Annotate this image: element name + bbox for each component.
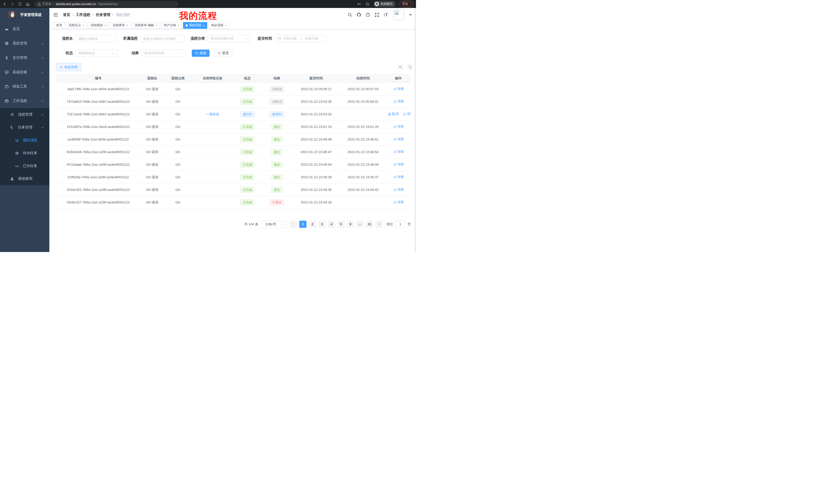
chevron-down-icon xyxy=(244,37,247,40)
date-range-picker[interactable]: 开始日期 - 结束日期 xyxy=(275,35,326,42)
sidebar-item-label: 基础设施 xyxy=(12,70,27,75)
fullscreen-icon[interactable] xyxy=(374,12,379,17)
sidebar-item-研发工具[interactable]: 研发工具 xyxy=(0,79,49,94)
detail-button[interactable]: 详情 xyxy=(393,162,404,167)
logo-row[interactable]: 芋道管理系统 xyxy=(0,8,49,22)
sidebar-item-待办任务[interactable]: 待办任务 xyxy=(0,147,49,160)
page-button-6[interactable]: 6 xyxy=(347,221,354,228)
show-search-button[interactable] xyxy=(397,64,404,71)
update-button[interactable]: 更新 xyxy=(399,1,414,7)
cell-status: 已完成 xyxy=(233,120,261,133)
back-icon[interactable] xyxy=(3,2,7,6)
tab-流程表单[interactable]: 流程表单× xyxy=(110,22,131,29)
detail-button[interactable]: 详情 xyxy=(393,149,404,154)
more-pages-button[interactable]: ··· xyxy=(356,221,364,228)
status-select[interactable]: 请选择状态 xyxy=(75,50,118,57)
detail-button[interactable]: 详情 xyxy=(393,124,404,129)
sidebar-item-首页[interactable]: 首页 xyxy=(0,22,49,36)
process-name-input[interactable] xyxy=(75,35,116,42)
breadcrumb-task[interactable]: 任务管理 xyxy=(96,12,110,17)
github-icon[interactable] xyxy=(357,12,361,17)
cancel-button[interactable]: 取消 xyxy=(388,112,399,116)
page-button-1[interactable]: 1 xyxy=(299,221,307,228)
sidebar-item-任务管理[interactable]: 任务管理 xyxy=(0,121,49,134)
avatar[interactable] xyxy=(394,10,404,20)
browser-menu-icon[interactable] xyxy=(410,3,411,6)
detail-button[interactable]: 详情 xyxy=(393,137,404,142)
home-icon[interactable] xyxy=(26,2,30,6)
detail-button[interactable]: 详情 xyxy=(393,175,404,179)
detail-button[interactable]: 详情 xyxy=(393,99,404,104)
create-process-button[interactable]: 发起流程 xyxy=(56,63,81,71)
detail-button[interactable]: 详情 xyxy=(393,87,404,91)
detail-button[interactable]: 详情 xyxy=(393,187,404,192)
close-icon[interactable]: × xyxy=(127,24,128,27)
close-icon[interactable]: × xyxy=(225,24,227,27)
tab-我的流程[interactable]: 我的流程× xyxy=(183,22,207,29)
tab-流程定义[interactable]: 流程定义× xyxy=(66,22,87,29)
forward-icon[interactable] xyxy=(10,2,15,6)
scrollbar[interactable] xyxy=(415,8,416,252)
action-label: 详情 xyxy=(407,112,411,116)
page-button-2[interactable]: 2 xyxy=(309,221,316,228)
detail-button[interactable]: 详情 xyxy=(393,200,404,204)
hamburger-icon[interactable] xyxy=(53,12,58,17)
process-definition-input[interactable] xyxy=(140,35,184,42)
result-badge: 通过 xyxy=(271,187,283,193)
cell-process-name: OA 请假 xyxy=(141,133,164,146)
sidebar-item-请假查询[interactable]: 请假查询 xyxy=(0,172,49,185)
cell-end-time xyxy=(340,196,386,208)
category-select[interactable]: 请选择流程分类 xyxy=(207,35,250,42)
sidebar-item-系统管理[interactable]: 系统管理 xyxy=(0,36,49,51)
close-icon[interactable]: × xyxy=(104,24,106,27)
refresh-table-button[interactable] xyxy=(407,64,413,71)
chevron-down-icon[interactable] xyxy=(409,14,412,16)
cell-current-task: 一级审批 xyxy=(192,108,233,120)
cell-category: OA xyxy=(164,196,192,208)
breadcrumb-home[interactable]: 首页 xyxy=(63,12,70,17)
key-icon[interactable] xyxy=(357,2,361,6)
tab-label: 首页 xyxy=(56,23,62,27)
close-icon[interactable]: × xyxy=(82,24,84,27)
close-icon[interactable]: × xyxy=(178,24,179,27)
next-page-button[interactable] xyxy=(375,221,383,228)
close-icon[interactable]: × xyxy=(203,24,204,27)
tab-流程表单-编辑[interactable]: 流程表单-编辑× xyxy=(132,22,160,29)
chevron-down-icon xyxy=(180,52,183,55)
sidebar-item-我的流程[interactable]: 我的流程 xyxy=(0,134,49,147)
current-task-link[interactable]: 一级审批 xyxy=(206,112,219,116)
font-size-icon[interactable]: TT xyxy=(384,13,388,17)
page-button-5[interactable]: 5 xyxy=(337,221,344,228)
page-button-3[interactable]: 3 xyxy=(318,221,326,228)
address-bar[interactable]: 不安全 dashboard.yudao.iocoder.cn/bpm/task/… xyxy=(34,1,178,7)
goto-page-input[interactable] xyxy=(395,221,406,228)
search-icon[interactable] xyxy=(347,12,352,17)
close-icon[interactable]: × xyxy=(156,24,157,27)
reload-icon[interactable] xyxy=(18,2,22,6)
reset-button[interactable]: 重置 xyxy=(214,50,232,57)
breadcrumb-workflow[interactable]: 工作流程 xyxy=(76,12,90,17)
sidebar-item-流程管理[interactable]: 流程管理 xyxy=(0,108,49,121)
search-button[interactable]: 搜索 xyxy=(192,50,210,57)
page-button-4[interactable]: 4 xyxy=(328,221,335,228)
sidebar-item-工作流程[interactable]: 工作流程 xyxy=(0,94,49,108)
tab-用户分组[interactable]: 用户分组× xyxy=(161,22,182,29)
prev-page-button[interactable] xyxy=(290,221,297,228)
sidebar-item-支付管理[interactable]: 支付管理 xyxy=(0,51,49,65)
page-size-select[interactable]: 10条/页 xyxy=(262,221,287,228)
page-button-11[interactable]: 11 xyxy=(366,221,373,228)
status-badge: 已完成 xyxy=(240,99,255,105)
tab-首页[interactable]: 首页 xyxy=(53,22,65,29)
tab-流程模型[interactable]: 流程模型× xyxy=(88,22,108,29)
edit-icon xyxy=(393,87,396,91)
result-select[interactable]: 请选择流结果 xyxy=(141,50,186,57)
total-count: 共 104 条 xyxy=(244,222,258,227)
status-badge: 已完成 xyxy=(240,149,255,155)
filter-label-category: 流程分类 xyxy=(190,36,205,41)
detail-button[interactable]: 详情 xyxy=(402,112,411,116)
sidebar-item-基础设施[interactable]: 基础设施 xyxy=(0,65,49,79)
sidebar-item-已办任务[interactable]: 已办任务 xyxy=(0,160,49,172)
tab-发起流程[interactable]: 发起流程× xyxy=(209,22,229,29)
help-icon[interactable] xyxy=(366,12,370,17)
star-icon[interactable] xyxy=(365,2,369,6)
